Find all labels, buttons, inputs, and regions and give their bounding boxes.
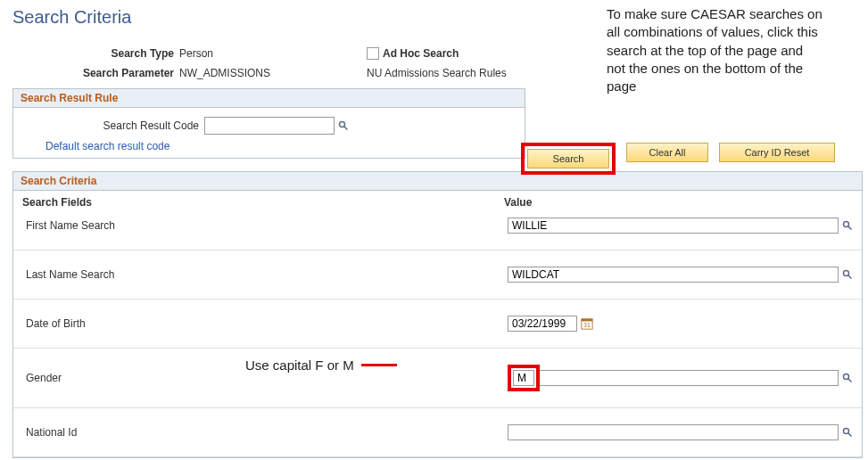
lookup-icon[interactable]: [842, 427, 853, 438]
annotation-top: To make sure CAESAR searches on all comb…: [607, 5, 825, 95]
top-button-bar: Search Clear All Carry ID Reset: [521, 143, 835, 175]
svg-point-4: [844, 271, 849, 276]
default-search-result-code-link[interactable]: Default search result code: [45, 140, 169, 152]
col-header-fields: Search Fields: [22, 196, 504, 209]
gender-input-remainder[interactable]: [540, 370, 839, 386]
search-rules-text: NU Admissions Search Rules: [367, 67, 507, 79]
search-button[interactable]: Search: [527, 149, 609, 168]
lookup-icon[interactable]: [842, 269, 853, 280]
last-name-label: Last Name Search: [22, 268, 508, 281]
svg-point-9: [844, 374, 849, 380]
search-criteria-box: Search Criteria Search Fields Value Firs…: [12, 171, 863, 458]
col-header-value: Value: [504, 196, 853, 209]
calendar-icon[interactable]: 31: [581, 317, 593, 330]
annotation-gender: Use capital F or M: [245, 357, 402, 373]
search-criteria-header: Search Criteria: [13, 172, 862, 191]
gender-label: Gender: [22, 372, 508, 384]
svg-text:31: 31: [583, 322, 591, 328]
lookup-icon[interactable]: [842, 373, 853, 383]
search-button-highlight: Search: [521, 143, 616, 175]
search-result-code-input[interactable]: [204, 117, 335, 135]
svg-line-3: [848, 226, 852, 230]
gender-input-highlight: [508, 365, 540, 391]
row-gender: Gender Use capital F or M: [13, 349, 862, 408]
search-parameter-value: NW_ADMISSIONS: [179, 67, 367, 79]
first-name-label: First Name Search: [22, 219, 508, 232]
dob-label: Date of Birth: [22, 317, 508, 330]
svg-line-1: [344, 127, 348, 130]
search-result-code-label: Search Result Code: [21, 119, 204, 132]
carry-id-reset-button[interactable]: Carry ID Reset: [719, 143, 835, 162]
svg-point-2: [844, 222, 849, 227]
search-result-rule-header: Search Result Rule: [13, 89, 525, 108]
search-type-value: Person: [179, 47, 367, 60]
dob-input[interactable]: [508, 316, 577, 332]
clear-all-button[interactable]: Clear All: [626, 143, 708, 162]
first-name-input[interactable]: [508, 218, 839, 234]
row-first-name: First Name Search: [13, 212, 862, 251]
gender-note-text: Use capital F or M: [245, 357, 354, 373]
gender-input[interactable]: [513, 370, 534, 386]
last-name-input[interactable]: [508, 267, 839, 283]
national-id-label: National Id: [22, 426, 508, 439]
svg-line-12: [848, 433, 852, 437]
lookup-icon[interactable]: [842, 220, 853, 231]
ad-hoc-label: Ad Hoc Search: [383, 47, 459, 60]
search-result-rule-box: Search Result Rule Search Result Code De…: [12, 88, 525, 159]
svg-rect-7: [582, 319, 592, 322]
svg-line-5: [848, 275, 852, 279]
ad-hoc-checkbox[interactable]: [367, 47, 379, 60]
svg-line-10: [848, 379, 852, 382]
row-national-id: National Id: [13, 408, 862, 457]
search-type-label: Search Type: [0, 47, 179, 60]
lookup-icon[interactable]: [338, 120, 349, 131]
search-parameter-label: Search Parameter: [0, 67, 179, 79]
row-dob: Date of Birth 31: [13, 300, 862, 349]
row-last-name: Last Name Search: [13, 251, 862, 300]
svg-point-11: [844, 429, 849, 434]
national-id-input[interactable]: [508, 424, 839, 440]
arrow-line-icon: [361, 364, 397, 366]
svg-point-0: [340, 122, 345, 127]
